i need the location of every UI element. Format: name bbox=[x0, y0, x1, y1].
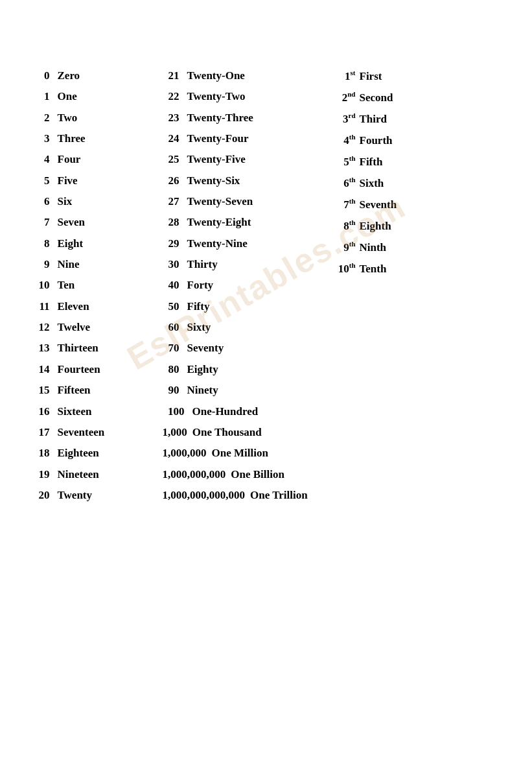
ordinal-word: Ninth bbox=[360, 239, 387, 256]
large-number: 1,000 bbox=[163, 424, 192, 441]
word: Two bbox=[58, 110, 78, 126]
ordinal-word: First bbox=[360, 68, 382, 85]
number: 18 bbox=[33, 445, 58, 462]
ordinal-item: 2ndSecond bbox=[331, 89, 500, 106]
word: Eight bbox=[58, 235, 84, 252]
list-item: 100One-Hundred bbox=[163, 403, 331, 420]
word: Four bbox=[58, 151, 81, 168]
large-number: 1,000,000,000,000 bbox=[163, 487, 251, 504]
list-item: 15Fifteen bbox=[33, 382, 163, 399]
ordinal-word: Tenth bbox=[360, 261, 387, 278]
word: Eighteen bbox=[58, 445, 99, 462]
word: Eleven bbox=[58, 298, 89, 315]
list-item: 29Twenty-Nine bbox=[163, 235, 331, 252]
number: 23 bbox=[163, 110, 187, 126]
word: Six bbox=[58, 193, 73, 210]
ordinal-word: Fifth bbox=[360, 154, 383, 171]
list-item: 60Sixty bbox=[163, 319, 331, 336]
number: 19 bbox=[33, 466, 58, 483]
list-item: 22Twenty-Two bbox=[163, 88, 331, 105]
word: Zero bbox=[58, 67, 80, 84]
word: Fourteen bbox=[58, 361, 100, 378]
word: Ninety bbox=[187, 382, 218, 399]
number: 22 bbox=[163, 88, 187, 105]
list-item: 21Twenty-One bbox=[163, 67, 331, 84]
word: Fifty bbox=[187, 298, 210, 315]
list-item: 70Seventy bbox=[163, 340, 331, 357]
left-column: 0Zero1One2Two3Three4Four5Five6Six7Seven8… bbox=[33, 67, 163, 512]
ordinal-number: 1st bbox=[331, 67, 360, 85]
ordinal-number: 4th bbox=[331, 132, 360, 149]
number: 60 bbox=[163, 319, 187, 336]
large-number-item: 1,000,000One Million bbox=[163, 445, 331, 462]
number: 30 bbox=[163, 256, 187, 273]
number: 21 bbox=[163, 67, 187, 84]
ordinal-number: 6th bbox=[331, 174, 360, 192]
ordinal-number: 5th bbox=[331, 153, 360, 171]
number: 16 bbox=[33, 403, 58, 420]
list-item: 27Twenty-Seven bbox=[163, 193, 331, 210]
list-item: 9Nine bbox=[33, 256, 163, 273]
word: One bbox=[58, 88, 77, 105]
number: 28 bbox=[163, 214, 187, 231]
word: Twenty-Six bbox=[187, 172, 240, 189]
large-number: 1,000,000 bbox=[163, 445, 212, 462]
ordinal-number: 7th bbox=[331, 196, 360, 213]
number: 8 bbox=[33, 235, 58, 252]
ordinal-number: 9th bbox=[331, 239, 360, 256]
word: Twenty bbox=[58, 487, 93, 504]
word: Twenty-Seven bbox=[187, 193, 253, 210]
ordinal-word: Third bbox=[360, 111, 387, 128]
list-item: 28Twenty-Eight bbox=[163, 214, 331, 231]
number: 9 bbox=[33, 256, 58, 273]
word: Twelve bbox=[58, 319, 91, 336]
ordinal-word: Second bbox=[360, 89, 393, 106]
list-item: 24Twenty-Four bbox=[163, 130, 331, 147]
word: Twenty-Nine bbox=[187, 235, 248, 252]
word: Nine bbox=[58, 256, 80, 273]
number: 12 bbox=[33, 319, 58, 336]
list-item: 25Twenty-Five bbox=[163, 151, 331, 168]
number: 26 bbox=[163, 172, 187, 189]
word: Forty bbox=[187, 277, 214, 294]
ordinal-item: 6thSixth bbox=[331, 174, 500, 192]
ordinal-item: 1stFirst bbox=[331, 67, 500, 85]
word: Three bbox=[58, 130, 86, 147]
page: EslPrintables.com 0Zero1One2Two3Three4Fo… bbox=[33, 52, 500, 512]
large-word: One Million bbox=[212, 445, 268, 462]
list-item: 0Zero bbox=[33, 67, 163, 84]
content-area: 0Zero1One2Two3Three4Four5Five6Six7Seven8… bbox=[33, 67, 500, 512]
list-item: 13Thirteen bbox=[33, 340, 163, 357]
right-column: 1stFirst2ndSecond3rdThird4thFourth5thFif… bbox=[331, 67, 500, 512]
large-number-item: 1,000,000,000,000One Trillion bbox=[163, 487, 331, 504]
ordinal-item: 7thSeventh bbox=[331, 196, 500, 213]
large-word: One Thousand bbox=[192, 424, 262, 441]
list-item: 30Thirty bbox=[163, 256, 331, 273]
list-item: 8Eight bbox=[33, 235, 163, 252]
word: Five bbox=[58, 172, 78, 189]
ordinal-number: 10th bbox=[331, 260, 360, 278]
word: Twenty-Five bbox=[187, 151, 246, 168]
number: 70 bbox=[163, 340, 187, 357]
word: Twenty-Three bbox=[187, 110, 253, 126]
list-item: 14Fourteen bbox=[33, 361, 163, 378]
word: Seven bbox=[58, 214, 86, 231]
word: Twenty-Four bbox=[187, 130, 249, 147]
number: 90 bbox=[163, 382, 187, 399]
large-number: 1,000,000,000 bbox=[163, 466, 231, 483]
list-item: 11Eleven bbox=[33, 298, 163, 315]
ordinal-item: 9thNinth bbox=[331, 239, 500, 256]
number: 14 bbox=[33, 361, 58, 378]
number: 4 bbox=[33, 151, 58, 168]
list-item: 40Forty bbox=[163, 277, 331, 294]
word: Seventeen bbox=[58, 424, 105, 441]
number: 7 bbox=[33, 214, 58, 231]
ordinal-word: Eighth bbox=[360, 218, 391, 235]
list-item: 17Seventeen bbox=[33, 424, 163, 441]
ordinal-item: 4thFourth bbox=[331, 132, 500, 149]
number: 25 bbox=[163, 151, 187, 168]
list-item: 12Twelve bbox=[33, 319, 163, 336]
word: Thirteen bbox=[58, 340, 98, 357]
number: 1 bbox=[33, 88, 58, 105]
number: 40 bbox=[163, 277, 187, 294]
